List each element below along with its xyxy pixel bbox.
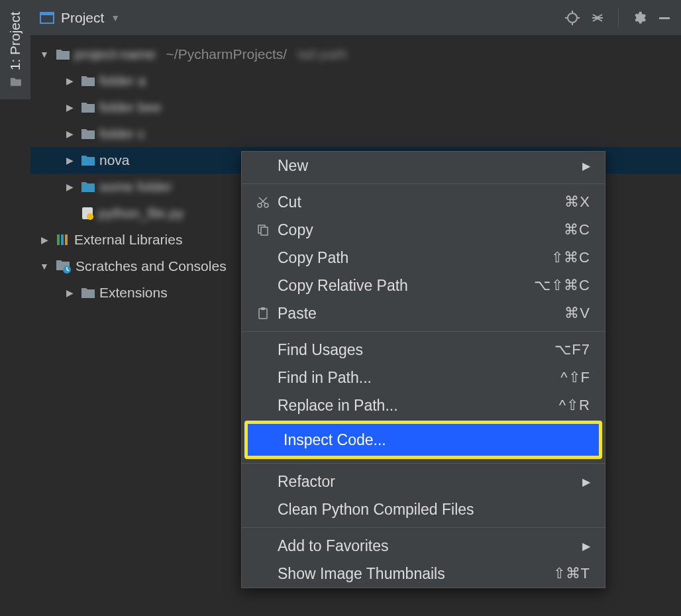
menu-item-find-usages[interactable]: Find Usages ⌥F7 (242, 336, 605, 364)
svg-rect-12 (61, 234, 64, 245)
tree-root[interactable]: ▼ project-name ~/PycharmProjects/ tail-p… (30, 41, 681, 68)
tree-item-label: some folder (99, 179, 172, 195)
menu-item-clean-python[interactable]: Clean Python Compiled Files (242, 495, 605, 523)
svg-rect-22 (261, 307, 265, 310)
menu-item-find-in-path[interactable]: Find in Path... ^⇧F (242, 364, 605, 391)
root-path: ~/PycharmProjects/ (166, 46, 288, 62)
project-window-icon (40, 12, 54, 24)
folder-icon (81, 154, 95, 166)
menu-shortcut: ⇧⌘T (553, 565, 590, 582)
chevron-right-icon[interactable]: ▶ (62, 287, 77, 298)
external-libraries-label: External Libraries (74, 232, 182, 248)
menu-separator (242, 183, 605, 184)
menu-label: Inspect Code... (284, 431, 386, 449)
menu-item-cut[interactable]: Cut ⌘X (242, 188, 605, 216)
chevron-down-icon[interactable]: ▼ (37, 49, 52, 60)
collapse-all-icon[interactable] (589, 9, 606, 26)
menu-label: Cut (278, 193, 301, 211)
minimize-icon[interactable] (656, 9, 673, 26)
cut-icon (248, 195, 278, 209)
menu-label: Refactor (278, 473, 335, 491)
menu-shortcut: ⌘C (564, 221, 590, 238)
folder-icon (56, 48, 70, 60)
panel-title: Project (61, 10, 104, 26)
chevron-right-icon[interactable]: ▶ (62, 76, 77, 86)
project-panel-header: Project ▼ (30, 0, 681, 36)
tree-item-label: folder bee (99, 99, 161, 115)
folder-icon (81, 287, 95, 299)
svg-point-2 (568, 13, 577, 23)
menu-item-show-thumbnails[interactable]: Show Image Thumbnails ⇧⌘T (242, 560, 605, 588)
gear-icon[interactable] (631, 9, 648, 26)
root-path-tail: tail-path (297, 46, 347, 62)
menu-label: Find in Path... (278, 369, 372, 387)
menu-label: Paste (278, 305, 317, 323)
menu-label: Replace in Path... (278, 397, 398, 415)
menu-label: Show Image Thumbnails (278, 565, 445, 583)
folder-icon (81, 101, 95, 113)
tree-item-label: nova (99, 152, 130, 168)
svg-rect-11 (57, 234, 60, 245)
chevron-right-icon[interactable]: ▶ (62, 155, 77, 166)
scratches-icon (56, 259, 72, 274)
menu-separator (242, 463, 605, 464)
python-file-icon (81, 207, 94, 220)
extensions-label: Extensions (99, 285, 168, 301)
menu-shortcut: ^⇧F (560, 369, 590, 386)
divider (618, 9, 619, 27)
tree-item[interactable]: ▶ folder a (30, 68, 681, 94)
chevron-right-icon[interactable]: ▶ (62, 128, 77, 139)
library-icon (56, 233, 70, 246)
menu-label: Copy Path (278, 249, 348, 267)
submenu-arrow-icon: ▶ (582, 540, 590, 552)
chevron-right-icon[interactable]: ▶ (62, 102, 77, 113)
svg-rect-8 (659, 17, 670, 19)
menu-shortcut: ⌥F7 (554, 341, 590, 358)
menu-label: Clean Python Compiled Files (278, 501, 474, 519)
menu-label: Copy Relative Path (278, 277, 408, 295)
menu-shortcut: ⌥⇧⌘C (534, 277, 590, 294)
chevron-down-icon[interactable]: ▼ (37, 261, 52, 272)
menu-item-inspect-code[interactable]: Inspect Code... (244, 421, 602, 459)
menu-label: Add to Favorites (278, 537, 388, 555)
menu-item-add-to-favorites[interactable]: Add to Favorites ▶ (242, 532, 605, 560)
project-view-selector[interactable]: Project ▼ (40, 10, 120, 26)
chevron-right-icon[interactable]: ▶ (37, 234, 52, 245)
chevron-right-icon[interactable]: ▶ (62, 181, 77, 192)
tree-item[interactable]: ▶ folder c (30, 121, 681, 147)
menu-label: Copy (278, 221, 313, 239)
menu-item-new[interactable]: New ▶ (242, 152, 605, 180)
menu-shortcut: ⌘X (564, 193, 590, 211)
svg-point-10 (87, 213, 93, 220)
submenu-arrow-icon: ▶ (582, 476, 590, 488)
folder-icon (81, 181, 95, 193)
menu-item-replace-in-path[interactable]: Replace in Path... ^⇧R (242, 391, 605, 419)
svg-rect-20 (261, 227, 268, 235)
svg-rect-1 (40, 13, 54, 15)
folder-icon (9, 77, 21, 87)
menu-label: New (278, 157, 308, 175)
menu-item-copy[interactable]: Copy ⌘C (242, 216, 605, 244)
menu-item-copy-relative-path[interactable]: Copy Relative Path ⌥⇧⌘C (242, 272, 605, 299)
submenu-arrow-icon: ▶ (582, 160, 590, 172)
tree-item-label: folder c (99, 126, 145, 142)
chevron-down-icon: ▼ (111, 13, 120, 23)
menu-item-refactor[interactable]: Refactor ▶ (242, 468, 605, 495)
tree-item-label: folder a (99, 73, 146, 89)
menu-shortcut: ⌘V (564, 305, 590, 322)
menu-separator (242, 527, 605, 528)
scratches-label: Scratches and Consoles (76, 258, 227, 274)
svg-rect-13 (65, 234, 68, 245)
folder-icon (81, 75, 95, 87)
tree-item-label: python_file.py (98, 205, 184, 221)
svg-rect-21 (259, 309, 267, 319)
locate-icon[interactable] (564, 9, 581, 26)
root-name: project-name (74, 46, 156, 62)
menu-separator (242, 331, 605, 332)
menu-shortcut: ⇧⌘C (551, 249, 590, 266)
tree-item[interactable]: ▶ folder bee (30, 94, 681, 121)
project-tool-tab[interactable]: 1: Project (0, 0, 30, 99)
menu-item-copy-path[interactable]: Copy Path ⇧⌘C (242, 244, 605, 272)
menu-item-paste[interactable]: Paste ⌘V (242, 299, 605, 327)
project-tab-label: 1: Project (7, 12, 23, 71)
